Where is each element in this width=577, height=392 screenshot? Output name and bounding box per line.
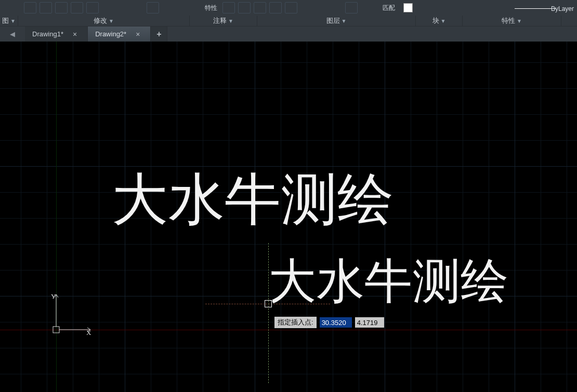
cursor-pickbox <box>265 300 272 307</box>
dynamic-input-y[interactable] <box>355 317 384 328</box>
color-swatch[interactable] <box>403 3 413 12</box>
modify-tool-icon[interactable] <box>24 2 36 13</box>
modify-array2-icon[interactable] <box>71 2 83 13</box>
match-properties-label[interactable]: 匹配 <box>383 4 395 12</box>
tabstrip-fill <box>167 26 577 42</box>
y-axis-line <box>56 42 57 392</box>
block-insert-icon[interactable] <box>345 2 358 13</box>
modify-array-icon[interactable] <box>40 2 52 13</box>
chevron-down-icon: ▼ <box>10 18 16 24</box>
ribbon-panel-labels: 图▼修改▼注释▼图层▼块▼特性▼ <box>0 16 577 26</box>
layer-unlock-icon[interactable] <box>285 2 297 13</box>
modify-scale-icon[interactable] <box>55 2 68 13</box>
chevron-down-icon: ▼ <box>228 18 233 24</box>
ribbon-panel-修改[interactable]: 修改▼ <box>18 16 190 26</box>
ribbon-panel-图层[interactable]: 图层▼ <box>257 16 416 26</box>
ribbon-panel-特性[interactable]: 特性▼ <box>463 16 561 26</box>
properties-label: 特性 <box>205 4 217 12</box>
chevron-down-icon: ▼ <box>109 18 114 24</box>
crosshair-vertical <box>268 243 269 383</box>
chevron-down-icon: ▼ <box>342 18 347 24</box>
modify-group-icon[interactable] <box>86 2 99 13</box>
linetype-sample <box>515 8 556 9</box>
close-icon[interactable]: × <box>73 31 77 38</box>
ribbon-panel-图[interactable]: 图▼ <box>0 16 18 26</box>
ribbon-panel-注释[interactable]: 注释▼ <box>190 16 257 26</box>
ribbon-icon-row: 特性 匹配 ByLayer <box>0 1 577 15</box>
file-tab-label: Drawing2* <box>95 30 126 38</box>
layer-state-2-icon[interactable] <box>238 2 251 13</box>
layer-state-1-icon[interactable] <box>222 2 235 13</box>
dynamic-input: 指定插入点: <box>274 317 384 328</box>
ribbon: 特性 匹配 ByLayer 图▼修改▼注释▼图层▼块▼特性▼ <box>0 0 577 26</box>
file-tab[interactable]: Drawing1*× <box>25 26 88 42</box>
dynamic-input-prompt: 指定插入点: <box>274 317 317 328</box>
tab-scroll-left-icon[interactable]: ◀ <box>0 26 25 42</box>
dynamic-input-x[interactable] <box>320 317 352 328</box>
x-axis-line <box>0 330 577 330</box>
ribbon-panel-块[interactable]: 块▼ <box>416 16 463 26</box>
chevron-down-icon: ▼ <box>441 18 446 24</box>
file-tab-label: Drawing1* <box>32 30 63 38</box>
file-tab[interactable]: Drawing2*× <box>88 26 151 42</box>
layer-state-3-icon[interactable] <box>254 2 266 13</box>
canvas-text-1[interactable]: 大水牛测绘 <box>112 162 394 238</box>
close-icon[interactable]: × <box>136 31 140 38</box>
chevron-down-icon: ▼ <box>517 18 522 24</box>
bylayer-label[interactable]: ByLayer <box>551 5 574 12</box>
new-tab-button[interactable]: + <box>151 26 167 42</box>
file-tabstrip: ◀ Drawing1*×Drawing2*× + <box>0 26 577 42</box>
layer-lock-icon[interactable] <box>269 2 282 13</box>
drawing-canvas[interactable]: Y X 大水牛测绘 大水牛测绘 指定插入点: <box>0 42 577 392</box>
text-icon[interactable] <box>147 2 159 13</box>
